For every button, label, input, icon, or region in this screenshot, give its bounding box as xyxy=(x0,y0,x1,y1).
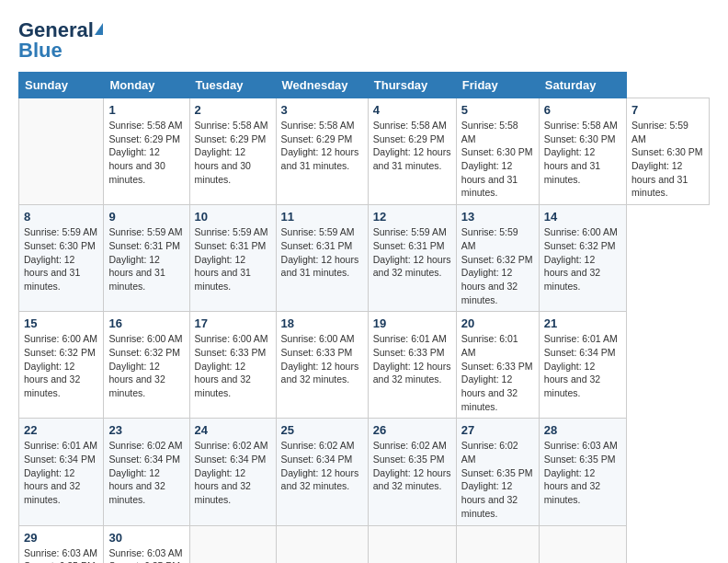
calendar-body: 1Sunrise: 5:58 AMSunset: 6:29 PMDaylight… xyxy=(19,98,710,564)
calendar-cell: 28Sunrise: 6:03 AMSunset: 6:35 PMDayligh… xyxy=(539,419,626,525)
calendar-cell: 11Sunrise: 5:59 AMSunset: 6:31 PMDayligh… xyxy=(276,205,368,312)
calendar-cell: 22Sunrise: 6:01 AMSunset: 6:34 PMDayligh… xyxy=(19,419,104,525)
calendar-cell: 13Sunrise: 5:59 AMSunset: 6:32 PMDayligh… xyxy=(456,205,539,312)
day-info: Sunrise: 5:59 AMSunset: 6:30 PMDaylight:… xyxy=(24,226,97,292)
day-info: Sunrise: 5:59 AMSunset: 6:31 PMDaylight:… xyxy=(281,226,359,278)
calendar-week-2: 8Sunrise: 5:59 AMSunset: 6:30 PMDaylight… xyxy=(19,205,710,312)
day-number: 13 xyxy=(461,210,534,224)
logo-icon xyxy=(95,23,103,35)
day-header-thursday: Thursday xyxy=(368,73,456,98)
day-info: Sunrise: 6:03 AMSunset: 6:35 PMDaylight:… xyxy=(108,547,182,564)
day-number: 26 xyxy=(373,423,451,437)
day-header-tuesday: Tuesday xyxy=(189,73,276,98)
day-info: Sunrise: 6:01 AMSunset: 6:33 PMDaylight:… xyxy=(373,333,451,385)
calendar-table: SundayMondayTuesdayWednesdayThursdayFrid… xyxy=(18,72,710,563)
calendar-cell: 7Sunrise: 5:59 AMSunset: 6:30 PMDaylight… xyxy=(626,98,709,205)
calendar-week-1: 1Sunrise: 5:58 AMSunset: 6:29 PMDaylight… xyxy=(19,98,710,205)
day-info: Sunrise: 6:01 AMSunset: 6:34 PMDaylight:… xyxy=(544,333,618,398)
day-info: Sunrise: 6:02 AMSunset: 6:34 PMDaylight:… xyxy=(195,440,268,505)
calendar-header-row: SundayMondayTuesdayWednesdayThursdayFrid… xyxy=(19,73,710,98)
day-number: 17 xyxy=(195,316,271,330)
day-header-monday: Monday xyxy=(104,73,189,98)
day-number: 6 xyxy=(544,103,621,117)
calendar-cell xyxy=(276,525,368,563)
day-header-wednesday: Wednesday xyxy=(276,73,368,98)
day-info: Sunrise: 6:02 AMSunset: 6:35 PMDaylight:… xyxy=(461,440,533,518)
calendar-cell: 10Sunrise: 5:59 AMSunset: 6:31 PMDayligh… xyxy=(189,205,276,312)
page-header: General Blue xyxy=(18,18,710,63)
calendar-cell: 5Sunrise: 5:58 AMSunset: 6:30 PMDaylight… xyxy=(456,98,539,205)
day-info: Sunrise: 5:59 AMSunset: 6:32 PMDaylight:… xyxy=(461,226,533,304)
day-info: Sunrise: 5:58 AMSunset: 6:29 PMDaylight:… xyxy=(373,120,451,171)
day-header-saturday: Saturday xyxy=(539,73,626,98)
day-number: 25 xyxy=(281,423,363,437)
calendar-cell xyxy=(456,525,539,563)
calendar-cell: 21Sunrise: 6:01 AMSunset: 6:34 PMDayligh… xyxy=(539,312,626,419)
day-number: 5 xyxy=(461,103,534,117)
day-number: 30 xyxy=(108,531,184,545)
calendar-cell: 20Sunrise: 6:01 AMSunset: 6:33 PMDayligh… xyxy=(456,312,539,419)
day-header-friday: Friday xyxy=(456,73,539,98)
calendar-cell: 2Sunrise: 5:58 AMSunset: 6:29 PMDaylight… xyxy=(189,98,276,205)
day-number: 20 xyxy=(461,316,534,330)
day-info: Sunrise: 6:00 AMSunset: 6:33 PMDaylight:… xyxy=(195,333,268,398)
day-info: Sunrise: 6:01 AMSunset: 6:34 PMDaylight:… xyxy=(24,440,97,505)
calendar-cell: 27Sunrise: 6:02 AMSunset: 6:35 PMDayligh… xyxy=(456,419,539,525)
day-number: 8 xyxy=(24,210,98,224)
day-info: Sunrise: 5:58 AMSunset: 6:29 PMDaylight:… xyxy=(108,120,182,185)
day-number: 19 xyxy=(373,316,451,330)
logo-blue: Blue xyxy=(18,39,63,63)
calendar-week-4: 22Sunrise: 6:01 AMSunset: 6:34 PMDayligh… xyxy=(19,419,710,525)
day-info: Sunrise: 5:58 AMSunset: 6:30 PMDaylight:… xyxy=(461,120,533,198)
day-info: Sunrise: 5:58 AMSunset: 6:30 PMDaylight:… xyxy=(544,120,618,185)
day-info: Sunrise: 5:58 AMSunset: 6:29 PMDaylight:… xyxy=(195,120,268,185)
calendar-week-3: 15Sunrise: 6:00 AMSunset: 6:32 PMDayligh… xyxy=(19,312,710,419)
day-number: 24 xyxy=(195,423,271,437)
day-info: Sunrise: 5:59 AMSunset: 6:31 PMDaylight:… xyxy=(195,226,268,292)
calendar-cell: 1Sunrise: 5:58 AMSunset: 6:29 PMDaylight… xyxy=(104,98,189,205)
calendar-cell xyxy=(189,525,276,563)
day-number: 23 xyxy=(108,423,184,437)
day-number: 2 xyxy=(195,103,271,117)
calendar-cell: 25Sunrise: 6:02 AMSunset: 6:34 PMDayligh… xyxy=(276,419,368,525)
calendar-cell: 12Sunrise: 5:59 AMSunset: 6:31 PMDayligh… xyxy=(368,205,456,312)
calendar-cell: 24Sunrise: 6:02 AMSunset: 6:34 PMDayligh… xyxy=(189,419,276,525)
calendar-cell: 8Sunrise: 5:59 AMSunset: 6:30 PMDaylight… xyxy=(19,205,104,312)
day-number: 22 xyxy=(24,423,98,437)
day-info: Sunrise: 6:02 AMSunset: 6:35 PMDaylight:… xyxy=(373,440,451,491)
day-info: Sunrise: 6:00 AMSunset: 6:32 PMDaylight:… xyxy=(544,226,618,292)
day-number: 14 xyxy=(544,210,621,224)
logo: General Blue xyxy=(18,18,103,63)
day-info: Sunrise: 5:59 AMSunset: 6:30 PMDaylight:… xyxy=(631,120,703,198)
day-info: Sunrise: 5:59 AMSunset: 6:31 PMDaylight:… xyxy=(373,226,451,278)
day-number: 21 xyxy=(544,316,621,330)
calendar-cell: 14Sunrise: 6:00 AMSunset: 6:32 PMDayligh… xyxy=(539,205,626,312)
day-number: 3 xyxy=(281,103,363,117)
calendar-cell: 9Sunrise: 5:59 AMSunset: 6:31 PMDaylight… xyxy=(104,205,189,312)
calendar-cell: 30Sunrise: 6:03 AMSunset: 6:35 PMDayligh… xyxy=(104,525,189,563)
day-number: 4 xyxy=(373,103,451,117)
calendar-cell: 29Sunrise: 6:03 AMSunset: 6:35 PMDayligh… xyxy=(19,525,104,563)
calendar-cell: 16Sunrise: 6:00 AMSunset: 6:32 PMDayligh… xyxy=(104,312,189,419)
calendar-cell: 6Sunrise: 5:58 AMSunset: 6:30 PMDaylight… xyxy=(539,98,626,205)
day-info: Sunrise: 6:00 AMSunset: 6:32 PMDaylight:… xyxy=(108,333,182,398)
calendar-cell xyxy=(368,525,456,563)
day-number: 7 xyxy=(631,103,704,117)
day-info: Sunrise: 5:59 AMSunset: 6:31 PMDaylight:… xyxy=(108,226,182,292)
calendar-cell: 18Sunrise: 6:00 AMSunset: 6:33 PMDayligh… xyxy=(276,312,368,419)
day-info: Sunrise: 6:00 AMSunset: 6:32 PMDaylight:… xyxy=(24,333,97,398)
day-number: 11 xyxy=(281,210,363,224)
day-info: Sunrise: 6:03 AMSunset: 6:35 PMDaylight:… xyxy=(24,547,97,564)
calendar-cell xyxy=(19,98,104,205)
day-info: Sunrise: 6:01 AMSunset: 6:33 PMDaylight:… xyxy=(461,333,533,411)
day-number: 28 xyxy=(544,423,621,437)
day-number: 15 xyxy=(24,316,98,330)
day-number: 10 xyxy=(195,210,271,224)
day-number: 27 xyxy=(461,423,534,437)
day-number: 9 xyxy=(108,210,184,224)
day-number: 29 xyxy=(24,531,98,545)
day-number: 1 xyxy=(108,103,184,117)
calendar-cell: 4Sunrise: 5:58 AMSunset: 6:29 PMDaylight… xyxy=(368,98,456,205)
day-info: Sunrise: 5:58 AMSunset: 6:29 PMDaylight:… xyxy=(281,120,359,171)
calendar-cell: 3Sunrise: 5:58 AMSunset: 6:29 PMDaylight… xyxy=(276,98,368,205)
